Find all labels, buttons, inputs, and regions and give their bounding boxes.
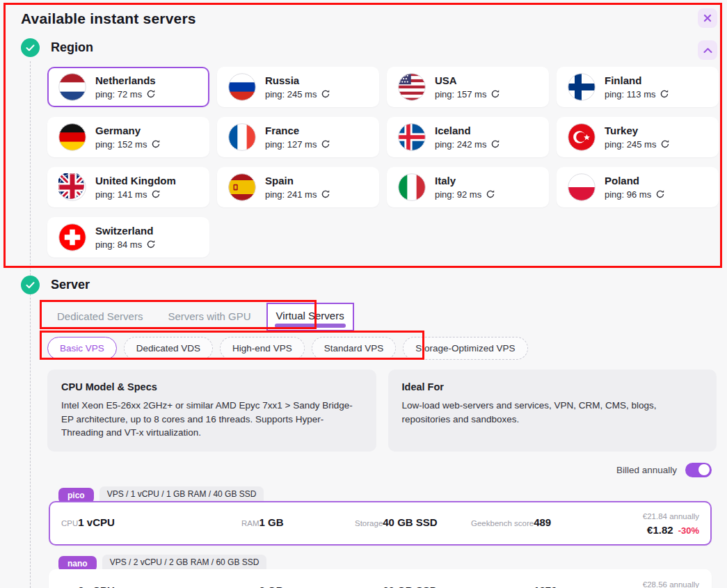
- storage-value: 60 GB SSD: [383, 585, 437, 588]
- refresh-ping-icon[interactable]: [321, 139, 330, 149]
- modal-header: Available instant servers: [0, 0, 727, 27]
- ping-value: ping: 96 ms: [605, 189, 651, 200]
- info-cards: CPU Model & Specs Intel Xeon E5-26xx 2GH…: [47, 370, 717, 452]
- tab-servers-with-gpu[interactable]: Servers with GPU: [158, 303, 266, 331]
- ideal-for-text: Low-load web-servers and services, VPN, …: [402, 399, 703, 426]
- country-grid: Netherlands ping: 72 ms Russia ping: 245…: [47, 67, 717, 257]
- ping-value: ping: 241 ms: [265, 189, 317, 200]
- country-card-poland[interactable]: Poland ping: 96 ms: [557, 167, 719, 207]
- discount-badge: -30%: [678, 525, 699, 536]
- geekbench-value: 1270: [534, 585, 557, 588]
- country-card-spain[interactable]: Spain ping: 241 ms: [217, 167, 379, 207]
- cpu-specs-title: CPU Model & Specs: [61, 381, 362, 392]
- flag-finland-icon: [568, 73, 596, 101]
- country-name: Netherlands: [95, 74, 156, 86]
- server-section-header: Server: [21, 276, 727, 294]
- country-card-finland[interactable]: Finland ping: 113 ms: [557, 67, 719, 107]
- billed-annually-toggle[interactable]: [685, 463, 712, 477]
- region-check-icon: [21, 38, 40, 57]
- refresh-ping-icon[interactable]: [660, 89, 669, 99]
- flag-spain-icon: [228, 173, 256, 201]
- page-title: Available instant servers: [21, 10, 196, 27]
- country-name: Spain: [265, 175, 294, 186]
- refresh-ping-icon[interactable]: [151, 139, 161, 149]
- country-card-italy[interactable]: Italy ping: 92 ms: [387, 167, 549, 207]
- country-name: Italy: [435, 175, 456, 186]
- flag-switzerland-icon: [58, 223, 86, 251]
- active-tab-indicator: [275, 324, 346, 328]
- ping-value: ping: 84 ms: [95, 239, 142, 250]
- pill-basic-vps[interactable]: Basic VPS: [47, 337, 117, 360]
- country-card-france[interactable]: France ping: 127 ms: [217, 117, 379, 157]
- region-title: Region: [51, 40, 93, 55]
- plan-row-pico: pico VPS / 1 vCPU / 1 GB RAM / 40 GB SSD…: [49, 484, 712, 546]
- pill-storage-optimized-vps[interactable]: Storage-Optimized VPS: [403, 337, 527, 360]
- geekbench-value: 489: [534, 516, 551, 528]
- instant-servers-modal: Available instant servers Region Netherl…: [0, 0, 727, 588]
- ping-value: ping: 157 ms: [435, 89, 486, 100]
- country-card-iceland[interactable]: Iceland ping: 242 ms: [387, 117, 549, 157]
- storage-column-label: Storage: [355, 519, 383, 527]
- ping-value: ping: 245 ms: [605, 139, 656, 150]
- ping-value: ping: 113 ms: [605, 89, 655, 100]
- vps-filter-pills: Basic VPS Dedicated VDS High-end VPS Sta…: [47, 337, 727, 360]
- refresh-ping-icon[interactable]: [146, 239, 156, 249]
- country-card-netherlands[interactable]: Netherlands ping: 72 ms: [47, 67, 209, 107]
- refresh-ping-icon[interactable]: [321, 189, 330, 199]
- ping-value: ping: 242 ms: [435, 139, 486, 150]
- country-card-turkey[interactable]: Turkey ping: 245 ms: [557, 117, 719, 157]
- country-card-united-kingdom[interactable]: United Kingdom ping: 141 ms: [47, 167, 209, 207]
- ping-value: ping: 92 ms: [435, 189, 481, 200]
- country-card-russia[interactable]: Russia ping: 245 ms: [217, 67, 379, 107]
- country-card-germany[interactable]: Germany ping: 152 ms: [47, 117, 209, 157]
- server-title: Server: [51, 278, 90, 292]
- country-card-switzerland[interactable]: Switzerland ping: 84 ms: [47, 217, 209, 257]
- plan-list: pico VPS / 1 vCPU / 1 GB RAM / 40 GB SSD…: [49, 484, 712, 588]
- region-section-header: Region: [21, 38, 727, 57]
- pill-standard-vps[interactable]: Standard VPS: [312, 337, 397, 360]
- refresh-ping-icon[interactable]: [490, 89, 500, 99]
- ram-value: 2 GB: [259, 585, 284, 588]
- ram-column-label: RAM: [241, 519, 259, 527]
- billed-annually-label: Billed annually: [616, 465, 677, 475]
- annual-price: €28.56 annually: [643, 580, 699, 588]
- refresh-ping-icon[interactable]: [146, 89, 156, 99]
- stepper-line: [30, 61, 31, 588]
- server-check-icon: [21, 276, 40, 294]
- cpu-specs-card: CPU Model & Specs Intel Xeon E5-26xx 2GH…: [47, 370, 376, 452]
- country-name: United Kingdom: [95, 175, 176, 186]
- ping-value: ping: 72 ms: [95, 89, 142, 100]
- flag-usa-icon: [398, 73, 426, 101]
- country-name: Turkey: [605, 125, 638, 136]
- plan-card[interactable]: CPU2 vCPU RAM2 GB Storage60 GB SSD Geekb…: [49, 569, 712, 588]
- server-type-tabs: Dedicated Servers Servers with GPU Virtu…: [47, 303, 727, 331]
- flag-russia-icon: [228, 73, 256, 101]
- country-name: Iceland: [435, 125, 471, 136]
- pill-high-end-vps[interactable]: High-end VPS: [220, 337, 305, 360]
- tab-dedicated-servers[interactable]: Dedicated Servers: [47, 303, 158, 331]
- refresh-ping-icon[interactable]: [655, 189, 665, 199]
- tab-virtual-servers[interactable]: Virtual Servers: [266, 303, 354, 331]
- refresh-ping-icon[interactable]: [490, 139, 500, 149]
- cpu-column-label: CPU: [61, 519, 78, 527]
- flag-poland-icon: [568, 173, 596, 201]
- billing-row: Billed annually: [0, 463, 712, 477]
- monthly-price: €1.82: [647, 524, 673, 536]
- refresh-ping-icon[interactable]: [660, 139, 670, 149]
- storage-value: 40 GB SSD: [383, 516, 437, 528]
- country-name: Russia: [265, 74, 299, 86]
- flag-france-icon: [228, 123, 256, 151]
- refresh-ping-icon[interactable]: [321, 89, 330, 99]
- country-name: France: [265, 125, 299, 136]
- refresh-ping-icon[interactable]: [486, 189, 495, 199]
- country-card-usa[interactable]: USA ping: 157 ms: [387, 67, 549, 107]
- plan-card[interactable]: CPU1 vCPU RAM1 GB Storage40 GB SSD Geekb…: [49, 501, 712, 546]
- pill-dedicated-vds[interactable]: Dedicated VDS: [124, 337, 213, 360]
- flag-united-kingdom-icon: [58, 173, 86, 201]
- ping-value: ping: 127 ms: [265, 139, 317, 150]
- ping-value: ping: 152 ms: [95, 139, 147, 150]
- ideal-for-card: Ideal For Low-load web-servers and servi…: [388, 370, 717, 452]
- cpu-value: 2 vCPU: [78, 585, 115, 588]
- flag-turkey-icon: [568, 123, 596, 151]
- refresh-ping-icon[interactable]: [151, 189, 161, 199]
